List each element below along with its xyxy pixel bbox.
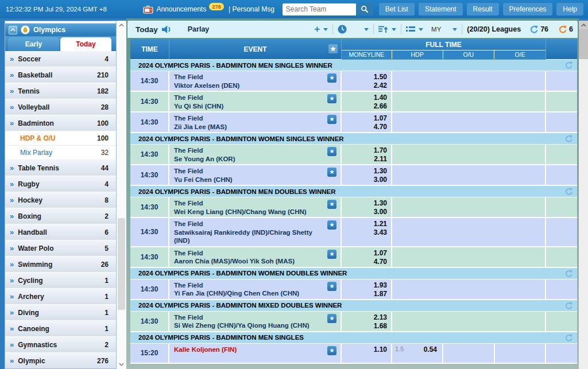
main-scroll-thumb[interactable] [579, 29, 588, 59]
main-scrollbar[interactable] [579, 21, 588, 369]
sidebar-item-canoeing[interactable]: »Canoeing1 [5, 321, 116, 337]
favorite-star-icon[interactable]: ★ [328, 44, 338, 53]
preferences-button[interactable]: Preferences [503, 3, 553, 15]
odds-value[interactable]: 4.70 [342, 123, 387, 131]
sidebar-item-basketball[interactable]: »Basketball210 [5, 67, 116, 83]
favorite-star-button[interactable]: ★ [327, 115, 336, 124]
event-name[interactable]: The Field [174, 94, 323, 102]
odds-value[interactable]: 1.70 [342, 146, 387, 155]
favorite-star-button[interactable]: ★ [327, 168, 336, 177]
sidebar-item-water-polo[interactable]: »Water Polo5 [5, 240, 116, 257]
odds-value[interactable]: 1.68 [342, 322, 387, 331]
event-name[interactable]: The Field [174, 220, 323, 228]
refresh-icon[interactable] [565, 135, 572, 142]
sidebar-item-badminton[interactable]: »Badminton100 [5, 115, 116, 131]
tab-today[interactable]: Today [60, 37, 111, 51]
favorite-star-button[interactable]: ★ [327, 282, 336, 291]
odds-value[interactable]: 1.30 [342, 167, 387, 176]
odds-value[interactable]: 1.07 [342, 114, 387, 123]
odds-value[interactable]: 3.00 [342, 208, 387, 216]
odds-value[interactable]: 1.10 [342, 345, 387, 354]
event-competitor[interactable]: Yi Fan Jia (CHN)/Qing Chen Chen (CHN) [174, 289, 323, 298]
sidebar-item-boxing[interactable]: »Boxing2 [5, 208, 116, 224]
bet-list-button[interactable]: Bet List [379, 3, 415, 15]
scroll-up-arrow[interactable] [117, 21, 126, 29]
scroll-up-arrow[interactable] [579, 21, 588, 29]
favorite-star-button[interactable]: ★ [327, 314, 336, 323]
refresh-icon[interactable] [565, 334, 572, 341]
sidebar-scrollbar[interactable] [117, 21, 126, 369]
help-button[interactable]: Help [556, 3, 583, 15]
odds-value[interactable]: 0.54 [424, 345, 437, 363]
event-competitor[interactable]: Yu Qi Shi (CHN) [174, 102, 323, 111]
event-name[interactable]: The Field [174, 249, 323, 258]
refresh-icon[interactable] [565, 270, 572, 277]
odds-value[interactable]: 1.40 [342, 94, 387, 102]
odds-type-select[interactable]: MY [431, 26, 457, 33]
odds-value[interactable]: 3.00 [342, 176, 387, 184]
collapse-button[interactable] [9, 26, 17, 34]
scroll-down-arrow[interactable] [117, 360, 126, 368]
sidebar-item-hockey[interactable]: »Hockey8 [5, 192, 116, 208]
result-button[interactable]: Result [467, 3, 499, 15]
event-name[interactable]: The Field [174, 281, 323, 290]
favorite-star-button[interactable]: ★ [327, 250, 336, 259]
sidebar-item-soccer[interactable]: »Soccer4 [5, 51, 116, 67]
event-competitor[interactable]: Si Wei Zheng (CHN)/Ya Qiong Huang (CHN) [174, 321, 323, 330]
event-competitor[interactable]: Wei Keng Liang (CHN)/Chang Wang (CHN) [174, 208, 323, 216]
odds-value[interactable]: 2.66 [342, 102, 387, 111]
refresh-icon[interactable] [565, 188, 572, 195]
sidebar-item-handball[interactable]: »Handball6 [5, 224, 116, 240]
sidebar-item-table-tennis[interactable]: »Table Tennis44 [5, 160, 116, 176]
add-bet-button[interactable]: + [314, 25, 328, 34]
odds-value[interactable]: 3.43 [342, 228, 387, 237]
odds-value[interactable]: 1.50 [342, 73, 387, 81]
odds-value[interactable]: 1.07 [342, 249, 387, 258]
event-name[interactable]: The Field [174, 146, 323, 155]
sidebar-scroll-thumb[interactable] [118, 218, 125, 310]
display-mode-button[interactable] [406, 26, 423, 33]
favorite-star-button[interactable]: ★ [327, 200, 336, 209]
sidebar-item-rugby[interactable]: »Rugby4 [5, 176, 116, 192]
sidebar-item-tennis[interactable]: »Tennis182 [5, 83, 116, 99]
event-name[interactable]: The Field [174, 167, 323, 176]
event-competitor[interactable]: Se Young An (KOR) [174, 155, 323, 164]
odds-value[interactable]: 1.30 [342, 199, 387, 208]
time-filter-button[interactable] [338, 25, 369, 34]
event-competitor[interactable]: Satwiksairaj Rankireddy (IND)/Chirag She… [174, 228, 323, 245]
sidebar-subitem-hdp-o-u[interactable]: HDP & O/U100 [5, 131, 116, 146]
sidebar-item-diving[interactable]: »Diving1 [5, 305, 116, 321]
sidebar-item-cycling[interactable]: »Cycling1 [5, 273, 116, 289]
personal-msg-link[interactable]: | Personal Msg [229, 5, 274, 13]
odds-value[interactable]: 1.93 [342, 281, 387, 290]
odds-value[interactable]: 2.42 [342, 81, 387, 90]
event-name[interactable]: The Field [174, 199, 323, 208]
event-name[interactable]: The Field [174, 73, 323, 81]
odds-value[interactable]: 2.11 [342, 155, 387, 164]
refresh-icon[interactable] [565, 61, 572, 69]
announcements-link[interactable]: Announcements 276 | Personal Msg [143, 5, 274, 14]
sidebar-item-gymnastics[interactable]: »Gymnastics2 [5, 337, 116, 353]
sidebar-item-olympic[interactable]: »Olympic276 [5, 353, 116, 369]
sort-button[interactable] [378, 25, 396, 33]
sidebar-item-volleyball[interactable]: »Volleyball28 [5, 99, 116, 115]
leagues-selector[interactable]: (20/20) Leagues [467, 25, 521, 33]
refresh-counter-blue[interactable]: 76 [530, 25, 548, 33]
event-name[interactable]: The Field [174, 114, 323, 123]
event-name[interactable]: Kalle Koljonen (FIN) [174, 345, 323, 354]
sidebar-item-swimming[interactable]: »Swimming26 [5, 257, 116, 273]
event-competitor[interactable]: Aaron Chia (MAS)/Wooi Yik Soh (MAS) [174, 257, 323, 266]
event-competitor[interactable]: Yu Fei Chen (CHN) [174, 176, 323, 184]
tab-early[interactable]: Early [8, 37, 59, 51]
odds-value[interactable]: 1.87 [342, 290, 387, 298]
event-competitor[interactable]: Viktor Axelsen (DEN) [174, 81, 323, 90]
statement-button[interactable]: Statement [419, 3, 463, 15]
event-name[interactable]: The Field [174, 313, 323, 322]
refresh-counter-orange[interactable]: 6 [559, 25, 573, 33]
search-input[interactable] [283, 3, 356, 15]
search-button[interactable] [356, 3, 373, 15]
favorite-star-button[interactable]: ★ [327, 147, 336, 156]
favorite-star-button[interactable]: ★ [327, 346, 336, 355]
odds-value[interactable]: 2.13 [342, 313, 387, 322]
favorite-star-button[interactable]: ★ [327, 220, 336, 230]
